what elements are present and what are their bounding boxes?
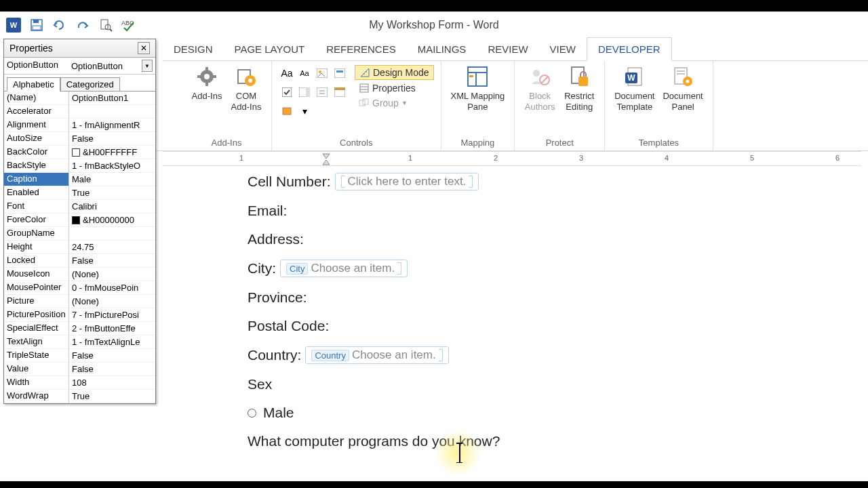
- block-authors-icon: [528, 64, 552, 89]
- property-row[interactable]: GroupName: [4, 227, 155, 241]
- lock-icon: [567, 64, 591, 89]
- document-template-button[interactable]: W Document Template: [612, 62, 657, 113]
- svg-point-17: [319, 70, 321, 73]
- svg-rect-11: [197, 75, 201, 78]
- control-dropdown-icon[interactable]: [314, 84, 330, 100]
- xml-mapping-button[interactable]: XML Mapping Pane: [448, 62, 508, 113]
- gear-warning-icon: [234, 64, 258, 89]
- tab-alphabetic[interactable]: Alphabetic: [7, 77, 60, 92]
- properties-icon: [359, 83, 370, 94]
- property-row[interactable]: Accelerator: [4, 105, 155, 119]
- chevron-down-icon[interactable]: ▼: [142, 60, 153, 72]
- svg-rect-1: [33, 20, 39, 23]
- undo-icon[interactable]: [50, 16, 69, 35]
- properties-panel: Properties ✕ OptionButton OptionButton▼ …: [3, 39, 156, 404]
- tab-review[interactable]: REVIEW: [477, 38, 538, 60]
- property-row[interactable]: LockedFalse: [4, 254, 155, 268]
- male-option[interactable]: Male: [248, 405, 294, 421]
- property-row[interactable]: MouseIcon(None): [4, 268, 155, 281]
- property-row[interactable]: Height24.75: [4, 241, 155, 254]
- restrict-editing-button[interactable]: Restrict Editing: [561, 62, 597, 113]
- redo-icon[interactable]: [73, 16, 92, 35]
- save-icon[interactable]: [27, 16, 46, 35]
- property-row[interactable]: SpecialEffect2 - fmButtonEffe: [4, 322, 155, 336]
- close-icon[interactable]: ✕: [138, 42, 150, 54]
- property-row[interactable]: AutoSizeFalse: [4, 132, 155, 146]
- svg-text:W: W: [627, 73, 635, 83]
- province-label: Province:: [248, 289, 307, 306]
- property-row[interactable]: FontCalibri: [4, 200, 155, 214]
- property-row[interactable]: BackColor&H00FFFFFF: [4, 146, 155, 159]
- legacy-tools-icon[interactable]: [279, 103, 295, 119]
- city-control[interactable]: City Choose an item.: [280, 260, 408, 277]
- property-row[interactable]: EnabledTrue: [4, 186, 155, 200]
- control-buildingblock-icon[interactable]: [332, 65, 348, 81]
- control-plaintext-icon[interactable]: Aa: [296, 65, 313, 81]
- properties-object-selector[interactable]: OptionButton OptionButton▼: [4, 58, 155, 75]
- tab-page-layout[interactable]: PAGE LAYOUT: [224, 38, 316, 60]
- svg-rect-10: [205, 82, 208, 86]
- svg-point-50: [686, 80, 690, 83]
- group-button[interactable]: Group ▼: [355, 96, 434, 110]
- com-addins-button[interactable]: COM Add-Ins: [228, 62, 264, 113]
- svg-rect-19: [336, 70, 343, 73]
- horizontal-ruler[interactable]: 1 1 2 3 4 5 6: [163, 151, 861, 166]
- document-area[interactable]: Cell Number: Click here to enter text. E…: [163, 166, 861, 481]
- gear-icon: [195, 64, 219, 89]
- property-row[interactable]: ValueFalse: [4, 363, 155, 376]
- property-row[interactable]: Picture(None): [4, 295, 155, 308]
- tab-references[interactable]: REFERENCES: [315, 38, 407, 60]
- property-row[interactable]: TripleStateFalse: [4, 349, 155, 363]
- legacy-dropdown-icon[interactable]: ▾: [296, 103, 313, 119]
- control-richtext-icon[interactable]: Aa: [279, 65, 295, 81]
- svg-rect-2: [33, 26, 41, 30]
- control-date-icon[interactable]: [332, 84, 348, 100]
- word-template-icon: W: [623, 64, 647, 89]
- window-title: My Workshop Form - Word: [369, 19, 498, 31]
- tab-developer[interactable]: DEVELOPER: [587, 37, 672, 61]
- document-panel-button[interactable]: Document Panel: [660, 62, 705, 113]
- ribbon: Add-Ins COM Add-Ins Add-Ins Aa Aa: [156, 61, 868, 151]
- property-row[interactable]: MousePointer0 - fmMousePoin: [4, 281, 155, 295]
- block-authors-button[interactable]: Block Authors: [521, 62, 558, 113]
- svg-rect-18: [334, 68, 345, 78]
- tab-categorized[interactable]: Categorized: [60, 77, 120, 92]
- property-row[interactable]: (Name)OptionButton1: [4, 92, 155, 105]
- page: Cell Number: Click here to enter text. E…: [237, 166, 848, 468]
- svg-point-15: [248, 79, 252, 83]
- addins-button[interactable]: Add-Ins: [189, 62, 225, 103]
- control-checkbox-icon[interactable]: [279, 84, 295, 100]
- ruler-triangle-icon: [359, 67, 370, 78]
- property-row[interactable]: PicturePosition7 - fmPicturePosi: [4, 308, 155, 322]
- tab-view[interactable]: VIEW: [539, 38, 587, 60]
- control-properties-button[interactable]: Properties: [355, 81, 434, 95]
- word-app-icon[interactable]: W: [4, 16, 23, 35]
- indent-marker-icon[interactable]: [321, 152, 331, 167]
- tab-design[interactable]: DESIGN: [163, 38, 224, 60]
- sex-label: Sex: [248, 376, 272, 392]
- svg-point-38: [533, 70, 540, 77]
- property-row[interactable]: BackStyle1 - fmBackStyleO: [4, 159, 155, 173]
- control-picture-icon[interactable]: [314, 65, 330, 81]
- tab-mailings[interactable]: MAILINGS: [407, 38, 477, 60]
- properties-grid: (Name)OptionButton1AcceleratorAlignment1…: [4, 91, 155, 403]
- property-row[interactable]: CaptionMale: [4, 173, 155, 186]
- property-row[interactable]: TextAlign1 - fmTextAlignLe: [4, 336, 155, 349]
- country-control[interactable]: Country Choose an item.: [305, 346, 448, 364]
- print-preview-icon[interactable]: [96, 16, 115, 35]
- email-label: Email:: [248, 203, 287, 219]
- design-mode-button[interactable]: Design Mode: [355, 65, 434, 80]
- svg-rect-29: [360, 84, 368, 92]
- radio-icon: [248, 409, 256, 418]
- property-row[interactable]: Width108: [4, 376, 155, 390]
- property-row[interactable]: WordWrapTrue: [4, 390, 155, 403]
- cell-number-control[interactable]: Click here to enter text.: [335, 173, 479, 190]
- svg-rect-26: [283, 108, 291, 115]
- spelling-icon[interactable]: ABC: [119, 16, 138, 35]
- properties-title: Properties: [9, 43, 53, 54]
- property-row[interactable]: Alignment1 - fmAlignmentR: [4, 119, 155, 132]
- property-row[interactable]: ForeColor&H00000000: [4, 214, 155, 227]
- control-combobox-icon[interactable]: [296, 84, 313, 100]
- document-gear-icon: [671, 64, 695, 89]
- text-cursor-icon: [459, 443, 460, 463]
